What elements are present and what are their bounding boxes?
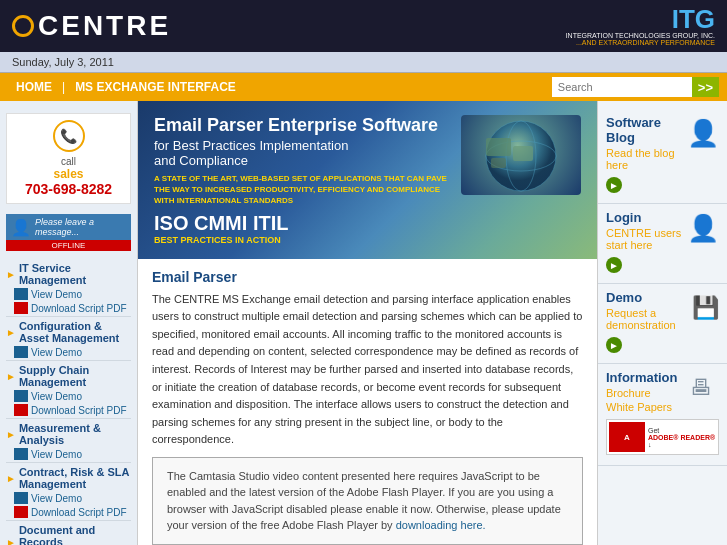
logo-circle-icon [12, 15, 34, 37]
arrow-icon: ► [6, 473, 16, 484]
arrow-icon: ► [6, 269, 16, 280]
svg-rect-5 [513, 146, 533, 161]
view-demo-link-3[interactable]: View Demo [14, 448, 131, 460]
sidebar-item-it-service: ► IT Service Management View Demo Downlo… [6, 259, 131, 317]
hero-tagline: A STATE OF THE ART, WEB-BASED SET OF APP… [154, 173, 451, 207]
section-title: Email Parser [152, 269, 583, 285]
svg-rect-4 [486, 138, 511, 156]
brochure-link[interactable]: Brochure [606, 387, 678, 399]
demo-icon-1 [14, 346, 28, 358]
flash-download-link[interactable]: downloading here. [396, 519, 486, 531]
blog-arrow-button[interactable]: ► [606, 177, 622, 193]
call-icon: 📞 [53, 120, 85, 152]
demo-icon-4 [14, 492, 28, 504]
view-demo-link-2[interactable]: View Demo [14, 390, 131, 402]
download-pdf-link-4[interactable]: Download Script PDF [14, 506, 131, 518]
itg-tagline: ...AND EXTRAORDINARY PERFORMANCE [566, 39, 715, 46]
right-section-demo: Demo Request a demonstration 💾 ► [598, 284, 727, 364]
content-paragraph: The CENTRE MS Exchange email detection a… [152, 291, 583, 449]
content-body: Email Parser The CENTRE MS Exchange emai… [138, 259, 597, 545]
person-icon: 👤 [687, 118, 719, 149]
arrow-icon: ► [6, 327, 16, 338]
nav-home[interactable]: HOME [8, 80, 60, 94]
flash-notice-text: The Camtasia Studio video content presen… [167, 470, 561, 532]
right-section-blog: Software Blog Read the blog here 👤 ► [598, 109, 727, 204]
right-section-info: Information Brochure White Papers 🖶 A Ge… [598, 364, 727, 466]
itg-logo: ITG INTEGRATION TECHNOLOGIES GROUP, INC.… [566, 6, 715, 46]
adobe-icon: A [609, 422, 645, 452]
hero-heading: Email Parser Enterprise Software [154, 115, 451, 136]
blog-person-icon: 👤 [687, 115, 719, 151]
blog-subtitle: Read the blog here [606, 147, 687, 171]
flash-notice-box: The Camtasia Studio video content presen… [152, 457, 583, 545]
nav-bar: HOME | MS EXCHANGE INTERFACE >> [0, 73, 727, 101]
demo-arrow-button[interactable]: ► [606, 337, 622, 353]
right-sidebar: Software Blog Read the blog here 👤 ► Log… [597, 101, 727, 545]
nav-separator: | [62, 80, 65, 94]
info-title: Information [606, 370, 678, 385]
view-demo-link-1[interactable]: View Demo [14, 346, 131, 358]
svg-rect-6 [491, 158, 506, 168]
sidebar-nav: ► IT Service Management View Demo Downlo… [0, 257, 137, 545]
globe-svg [471, 118, 571, 193]
login-title: Login [606, 210, 687, 225]
left-sidebar: 📞 call sales 703-698-8282 👤 Please leave… [0, 101, 138, 545]
arrow-icon: ► [6, 537, 16, 546]
login-arrow-button[interactable]: ► [606, 257, 622, 273]
pdf-icon-4 [14, 506, 28, 518]
arrow-icon: ► [6, 371, 16, 382]
hero-sub1: for Best Practices Implementation [154, 138, 451, 153]
login-person-icon: 👤 [687, 210, 719, 246]
hero-banner: Email Parser Enterprise Software for Bes… [138, 101, 597, 259]
demo-subtitle: Request a demonstration [606, 307, 692, 331]
download-pdf-link-2[interactable]: Download Script PDF [14, 404, 131, 416]
search-button[interactable]: >> [692, 77, 719, 97]
login-subtitle: CENTRE users start here [606, 227, 687, 251]
hero-sub2: and Compliance [154, 153, 451, 168]
pdf-icon-2 [14, 404, 28, 416]
hero-image [461, 115, 581, 195]
printer-icon: 🖶 [690, 375, 712, 401]
demo-usb-icon: 💾 [692, 290, 719, 326]
main-layout: 📞 call sales 703-698-8282 👤 Please leave… [0, 101, 727, 545]
sidebar-item-supply: ► Supply Chain Management View Demo Down… [6, 361, 131, 419]
date-text: Sunday, July 3, 2011 [12, 56, 114, 68]
hero-best-practices: BEST PRACTICES IN ACTION [154, 235, 451, 245]
search-input[interactable] [552, 77, 692, 97]
offline-badge: OFFLINE [52, 241, 86, 250]
view-demo-link-4[interactable]: View Demo [14, 492, 131, 504]
demo-icon-3 [14, 448, 28, 460]
leave-message-box: 👤 Please leave a message... OFFLINE [6, 214, 131, 251]
phone-number[interactable]: 703-698-8282 [13, 181, 124, 197]
blog-title: Software Blog [606, 115, 687, 145]
demo-icon-2 [14, 390, 28, 402]
header: CENTRE ITG INTEGRATION TECHNOLOGIES GROU… [0, 0, 727, 52]
download-pdf-link-0[interactable]: Download Script PDF [14, 302, 131, 314]
logo-text: CENTRE [38, 10, 171, 42]
search-area: >> [552, 77, 719, 97]
leave-msg-text: Please leave a message... [35, 217, 126, 237]
nav-ms-exchange[interactable]: MS EXCHANGE INTERFACE [67, 80, 244, 94]
date-bar: Sunday, July 3, 2011 [0, 52, 727, 73]
call-label: call sales [13, 156, 124, 181]
itg-title: ITG [566, 6, 715, 32]
main-content: Email Parser Enterprise Software for Bes… [138, 101, 597, 545]
pdf-icon-0 [14, 302, 28, 314]
white-papers-link[interactable]: White Papers [606, 401, 678, 413]
sidebar-item-document: ► Document and Records Management View D… [6, 521, 131, 545]
itg-company: INTEGRATION TECHNOLOGIES GROUP, INC. [566, 32, 715, 39]
sidebar-item-measurement: ► Measurement & Analysis View Demo [6, 419, 131, 463]
right-section-login: Login CENTRE users start here 👤 ► [598, 204, 727, 284]
usb-icon: 💾 [692, 295, 719, 321]
view-demo-link-0[interactable]: View Demo [14, 288, 131, 300]
person-icon-login: 👤 [687, 213, 719, 244]
call-sales-box: 📞 call sales 703-698-8282 [6, 113, 131, 204]
info-icon: 🖶 [683, 370, 719, 406]
hero-text: Email Parser Enterprise Software for Bes… [154, 115, 451, 245]
hero-iso: ISO CMMI ITIL [154, 212, 451, 235]
sidebar-item-contract: ► Contract, Risk & SLA Management View D… [6, 463, 131, 521]
demo-icon-0 [14, 288, 28, 300]
demo-title: Demo [606, 290, 692, 305]
arrow-icon: ► [6, 429, 16, 440]
sidebar-item-config: ► Configuration & Asset Management View … [6, 317, 131, 361]
